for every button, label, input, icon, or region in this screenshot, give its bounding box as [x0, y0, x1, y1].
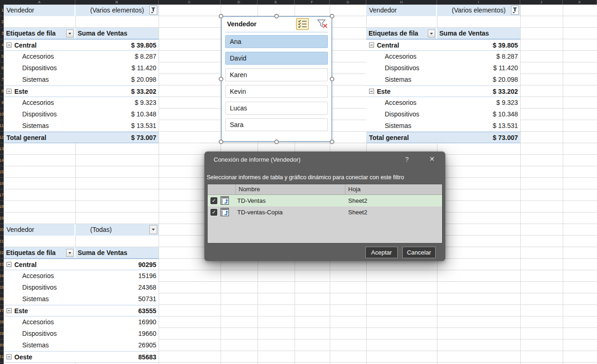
row-labels-dropdown-icon[interactable] — [66, 249, 74, 257]
column-header-E[interactable]: E — [258, 0, 295, 5]
pivot-row-label[interactable]: Oeste — [4, 352, 75, 362]
column-header-B[interactable]: B — [75, 0, 159, 5]
row-header-16[interactable]: 16 — [0, 178, 4, 189]
slicer-item-kevin[interactable]: Kevin — [225, 85, 328, 98]
pivot-row-label[interactable]: Sistemas — [366, 74, 437, 85]
row-labels-header[interactable]: Etiquetas de fila — [4, 28, 75, 39]
resize-handle[interactable] — [219, 140, 223, 144]
pivot-row-value[interactable]: $ 73.007 — [75, 132, 159, 143]
pivot-row-label[interactable]: Accesorios — [4, 51, 75, 62]
collapse-icon[interactable] — [6, 354, 12, 359]
column-header-A[interactable]: A — [4, 0, 75, 5]
slicer-item-karen[interactable]: Karen — [225, 68, 328, 81]
row-header-1[interactable]: 1 — [0, 5, 4, 16]
row-header-25[interactable]: 25 — [0, 282, 4, 293]
row-header-22[interactable]: 22 — [0, 247, 4, 259]
pivot-filter-value[interactable]: (Varios elementos) — [437, 5, 520, 16]
filter-funnel-icon[interactable] — [149, 6, 157, 15]
cancel-button[interactable]: Cancelar — [402, 247, 436, 258]
pivot-row-value[interactable]: $ 39.805 — [437, 40, 520, 50]
slicer-vendedor[interactable]: Vendedor AnaDavidKarenKevinLucasSara — [221, 16, 332, 142]
row-header-31[interactable]: 31 — [0, 351, 4, 363]
dialog-titlebar[interactable]: Conexión de informe (Vendedor) ? ✕ — [204, 152, 445, 167]
column-header-H[interactable]: H — [366, 0, 437, 5]
row-labels-header[interactable]: Etiquetas de fila — [366, 28, 437, 39]
row-header-5[interactable]: 5 — [0, 51, 4, 62]
collapse-icon[interactable] — [6, 308, 12, 313]
pivot-row-value[interactable]: 16990 — [75, 316, 159, 328]
row-header-14[interactable]: 14 — [0, 155, 4, 166]
pivot-row-label[interactable]: Accesorios — [4, 270, 75, 282]
column-header-J[interactable]: J — [520, 0, 563, 5]
values-header[interactable]: Suma de Ventas — [437, 28, 520, 39]
pivot-row-value[interactable]: 90295 — [75, 259, 159, 270]
row-header-24[interactable]: 24 — [0, 270, 4, 282]
row-header-2[interactable]: 2 — [0, 16, 4, 28]
multi-select-icon[interactable] — [296, 18, 309, 30]
pivot-row-label[interactable]: Sistemas — [4, 120, 75, 132]
pivot-row-value[interactable]: $ 33.202 — [75, 86, 159, 97]
connection-row[interactable]: ✓TD-VentasSheet2 — [208, 195, 442, 206]
slicer-item-sara[interactable]: Sara — [225, 118, 328, 131]
pivot-row-label[interactable]: Sistemas — [4, 340, 75, 351]
pivot-row-label[interactable]: Dispositivos — [4, 282, 75, 293]
row-header-17[interactable]: 17 — [0, 189, 4, 201]
pivot-row-value[interactable]: $ 8.287 — [437, 51, 520, 62]
column-header-K[interactable]: K — [563, 0, 597, 5]
values-header[interactable]: Suma de Ventas — [75, 247, 159, 258]
pivot-row-label[interactable]: Central — [4, 259, 75, 270]
pivot-filter-field[interactable]: Vendedor — [4, 224, 75, 236]
pivot-row-label[interactable]: Este — [4, 86, 75, 97]
pivot-filter-field[interactable]: Vendedor — [366, 5, 437, 16]
pivot-row-value[interactable]: $ 13.531 — [75, 120, 159, 132]
resize-handle[interactable] — [274, 14, 279, 18]
pivot-row-label[interactable]: Sistemas — [366, 120, 437, 132]
pivot-row-label[interactable]: Dispositivos — [366, 62, 437, 74]
row-header-28[interactable]: 28 — [0, 316, 4, 328]
row-header-11[interactable]: 11 — [0, 120, 4, 132]
column-header-I[interactable]: I — [437, 0, 520, 5]
pivot-row-label[interactable]: Total general — [366, 132, 437, 143]
row-header-15[interactable]: 15 — [0, 166, 4, 178]
pivot-row-value[interactable]: $ 73.007 — [437, 132, 520, 143]
row-header-30[interactable]: 30 — [0, 340, 4, 351]
pivot-row-value[interactable]: 26905 — [75, 340, 159, 351]
pivot-row-label[interactable]: Central — [4, 40, 75, 50]
pivot-row-label[interactable]: Sistemas — [4, 74, 75, 85]
resize-handle[interactable] — [274, 140, 279, 144]
pivot-row-label[interactable]: Accesorios — [366, 51, 437, 62]
pivot-row-label[interactable]: Dispositivos — [366, 109, 437, 120]
row-header-27[interactable]: 27 — [0, 305, 4, 316]
row-header-23[interactable]: 23 — [0, 259, 4, 270]
clear-filter-icon[interactable] — [316, 18, 329, 30]
pivot-filter-value[interactable]: (Todas) — [75, 224, 159, 236]
row-labels-dropdown-icon[interactable] — [66, 30, 74, 37]
pivot-row-value[interactable]: $ 10.348 — [437, 109, 520, 120]
row-labels-header[interactable]: Etiquetas de fila — [4, 247, 75, 258]
column-header-G[interactable]: G — [330, 0, 366, 5]
pivot-row-label[interactable]: Sistemas — [4, 293, 75, 305]
resize-handle[interactable] — [219, 14, 223, 18]
pivot-row-value[interactable]: $ 10.348 — [75, 109, 159, 120]
row-header-26[interactable]: 26 — [0, 293, 4, 305]
resize-handle[interactable] — [330, 14, 334, 18]
column-header-C[interactable]: C — [159, 0, 221, 5]
row-header-20[interactable]: 20 — [0, 224, 4, 236]
row-header-18[interactable]: 18 — [0, 201, 4, 212]
row-header-7[interactable]: 7 — [0, 74, 4, 85]
pivot-row-value[interactable]: $ 8.287 — [75, 51, 159, 62]
values-header[interactable]: Suma de Ventas — [75, 28, 159, 39]
slicer-item-david[interactable]: David — [225, 52, 328, 65]
accept-button[interactable]: Aceptar — [365, 247, 398, 258]
slicer-item-lucas[interactable]: Lucas — [225, 102, 328, 115]
pivot-row-value[interactable]: 24368 — [75, 282, 159, 293]
collapse-icon[interactable] — [6, 89, 12, 94]
pivot-row-label[interactable]: Este — [4, 305, 75, 316]
pivot-row-label[interactable]: Dispositivos — [4, 62, 75, 74]
pivot-row-label[interactable]: Accesorios — [366, 97, 437, 109]
slicer-item-ana[interactable]: Ana — [225, 35, 328, 48]
pivot-row-value[interactable]: $ 9.323 — [75, 97, 159, 109]
pivot-row-value[interactable]: 19660 — [75, 328, 159, 340]
dropdown-arrow-icon[interactable] — [149, 225, 157, 234]
pivot-row-value[interactable]: 50731 — [75, 293, 159, 305]
